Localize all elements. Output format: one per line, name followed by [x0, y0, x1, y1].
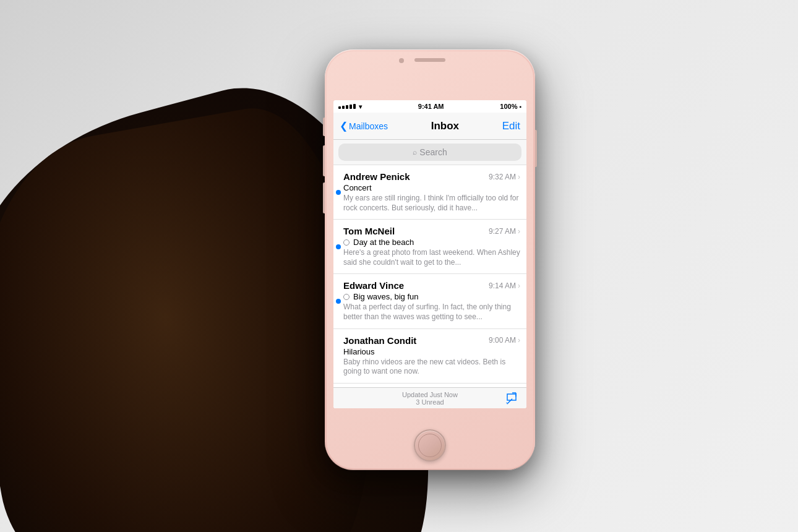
email-preview: Here's a great photo from last weekend. … — [343, 248, 520, 267]
email-subject: Hilarious — [343, 347, 520, 356]
nav-title: Inbox — [431, 120, 459, 132]
email-item[interactable]: Edward Vince 9:14 AM › Big waves, big fu… — [333, 274, 526, 328]
search-input[interactable]: ⌕ Search — [338, 144, 521, 161]
chevron-right-icon: › — [518, 227, 520, 236]
phone-screen: ▾ 9:41 AM 100% ▪ ❮ Mailboxes Inbox Edit — [333, 100, 526, 408]
email-time: 9:00 AM — [489, 336, 516, 345]
email-time: 9:32 AM — [489, 173, 516, 181]
front-camera — [399, 58, 404, 63]
email-time-wrapper: 9:27 AM › — [489, 227, 520, 236]
battery-icon: ▪ — [519, 103, 521, 110]
email-header: Edward Vince 9:14 AM › — [343, 280, 520, 291]
email-time: 9:14 AM — [489, 281, 516, 290]
status-time: 9:41 AM — [418, 103, 444, 110]
silent-switch[interactable] — [323, 118, 325, 136]
search-icon: ⌕ — [413, 148, 417, 157]
flag-icon — [343, 294, 350, 300]
search-placeholder: Search — [419, 147, 447, 157]
bottom-status: Updated Just Now 3 Unread — [357, 391, 503, 406]
signal-bar-2 — [342, 106, 345, 109]
back-label: Mailboxes — [349, 121, 388, 131]
email-sender: Jonathan Condit — [343, 335, 416, 346]
back-button[interactable]: ❮ Mailboxes — [340, 120, 388, 132]
updated-text: Updated Just Now — [357, 391, 503, 398]
unread-count: 3 Unread — [357, 398, 503, 406]
signal-bar-5 — [353, 104, 356, 109]
navigation-bar: ❮ Mailboxes Inbox Edit — [333, 113, 526, 140]
email-subject: Big waves, big fun — [343, 292, 520, 301]
status-right: 100% ▪ — [500, 103, 521, 110]
volume-up-button[interactable] — [323, 145, 325, 176]
email-subject: Concert — [343, 183, 520, 192]
chevron-left-icon: ❮ — [340, 120, 348, 132]
compose-icon — [505, 392, 518, 405]
status-bar: ▾ 9:41 AM 100% ▪ — [333, 100, 526, 113]
email-time-wrapper: 9:32 AM › — [489, 173, 520, 181]
email-item[interactable]: Andrew Penick 9:32 AM › Concert My ears … — [333, 165, 526, 220]
phone-wrapper: ▾ 9:41 AM 100% ▪ ❮ Mailboxes Inbox Edit — [325, 49, 535, 470]
email-header: Jonathan Condit 9:00 AM › — [343, 335, 520, 346]
search-bar-container: ⌕ Search — [333, 140, 526, 165]
email-time-wrapper: 9:00 AM › — [489, 336, 520, 345]
email-preview: My ears are still ringing. I think I'm o… — [343, 194, 520, 213]
edit-button[interactable]: Edit — [502, 120, 520, 132]
email-list: Andrew Penick 9:32 AM › Concert My ears … — [333, 165, 526, 408]
email-sender: Andrew Penick — [343, 171, 410, 182]
email-time: 9:27 AM — [489, 227, 516, 236]
signal-bars — [338, 104, 356, 109]
email-sender: Tom McNeil — [343, 226, 395, 236]
signal-bar-3 — [346, 105, 348, 109]
wifi-icon: ▾ — [359, 103, 362, 110]
email-subject: Day at the beach — [343, 238, 520, 247]
email-header: Andrew Penick 9:32 AM › — [343, 171, 520, 182]
compose-button[interactable] — [503, 390, 520, 407]
status-left: ▾ — [338, 103, 362, 110]
chevron-right-icon: › — [518, 173, 520, 181]
email-item[interactable]: Jonathan Condit 9:00 AM › Hilarious Baby… — [333, 329, 526, 384]
email-sender: Edward Vince — [343, 280, 404, 291]
volume-down-button[interactable] — [323, 182, 325, 213]
signal-bar-1 — [338, 106, 341, 109]
email-time-wrapper: 9:14 AM › — [489, 281, 520, 290]
bottom-bar: Updated Just Now 3 Unread — [333, 387, 526, 408]
chevron-right-icon: › — [518, 336, 520, 345]
chevron-right-icon: › — [518, 281, 520, 290]
signal-bar-4 — [350, 105, 352, 109]
sleep-wake-button[interactable] — [535, 130, 537, 167]
email-preview: What a perfect day of surfing. In fact, … — [343, 302, 520, 322]
email-header: Tom McNeil 9:27 AM › — [343, 226, 520, 236]
email-preview: Baby rhino videos are the new cat videos… — [343, 358, 520, 377]
speaker — [414, 58, 445, 62]
home-button[interactable] — [414, 429, 446, 461]
flag-icon — [343, 239, 350, 246]
battery-percentage: 100% — [500, 103, 517, 110]
iphone-device: ▾ 9:41 AM 100% ▪ ❮ Mailboxes Inbox Edit — [325, 49, 535, 470]
email-item[interactable]: Tom McNeil 9:27 AM › Day at the beach He… — [333, 220, 526, 274]
